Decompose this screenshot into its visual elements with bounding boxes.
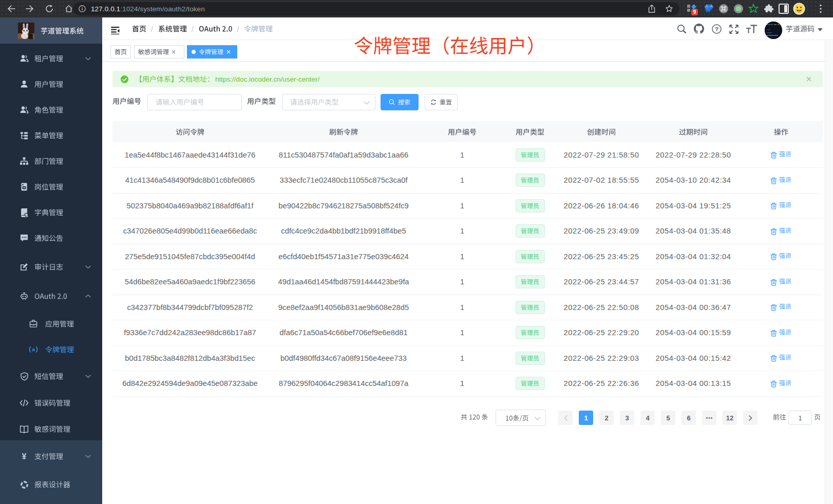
svg-text:9: 9	[693, 9, 696, 15]
svg-text:¥: ¥	[22, 452, 27, 461]
svg-text:?: ?	[715, 26, 718, 32]
svg-text:a: a	[32, 346, 35, 352]
